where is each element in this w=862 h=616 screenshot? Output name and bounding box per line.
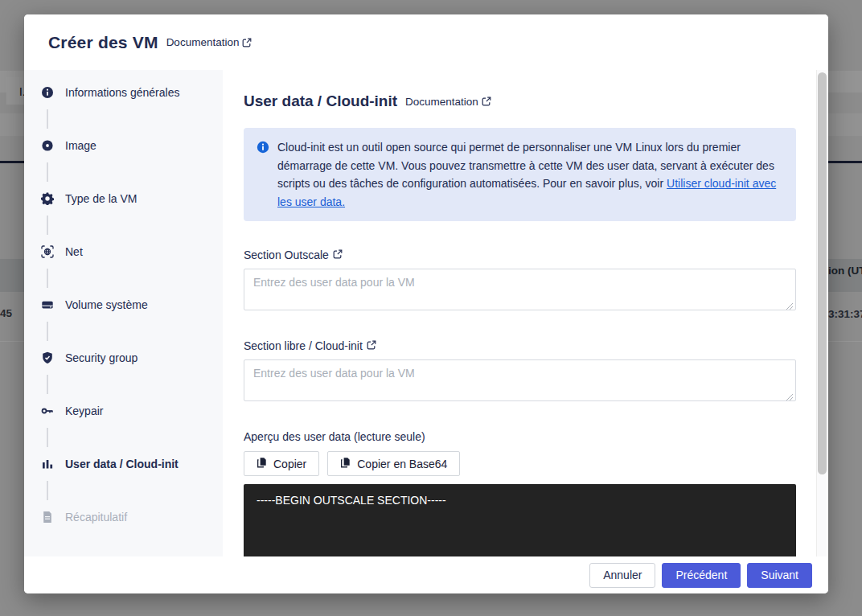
sidebar-item-label: Security group bbox=[65, 351, 138, 364]
copy-button[interactable]: Copier bbox=[244, 451, 319, 476]
shield-check-icon bbox=[41, 351, 54, 364]
step-connector bbox=[24, 319, 223, 343]
user-data-preview-code: -----BEGIN OUTSCALE SECTION----- -----EN… bbox=[244, 484, 796, 556]
code-begin-line: -----BEGIN OUTSCALE SECTION----- bbox=[257, 492, 783, 509]
copy-icon bbox=[257, 457, 267, 470]
info-icon bbox=[41, 86, 54, 99]
user-data-panel: User data / Cloud-init Documentation Clo… bbox=[223, 70, 828, 556]
step-connector bbox=[24, 372, 223, 396]
cloud-init-info-banner: Cloud-init est un outil open source qui … bbox=[244, 128, 796, 221]
hard-drive-icon bbox=[41, 298, 54, 311]
sidebar-item-user-data-cloud-init[interactable]: User data / Cloud-init bbox=[24, 450, 223, 478]
copy-base64-button-label: Copier en Base64 bbox=[357, 458, 447, 470]
external-link-icon bbox=[333, 248, 343, 261]
sidebar-item-security-group[interactable]: Security group bbox=[24, 343, 223, 372]
sidebar-item-label: Récapitulatif bbox=[65, 511, 127, 524]
copy-button-label: Copier bbox=[273, 458, 306, 470]
cancel-button[interactable]: Annuler bbox=[589, 563, 655, 588]
modal-documentation-link[interactable]: Documentation bbox=[166, 36, 252, 48]
modal-scrollbar-track[interactable] bbox=[816, 70, 827, 556]
sidebar-item-image[interactable]: Image bbox=[24, 131, 223, 160]
key-icon bbox=[41, 405, 54, 417]
backdrop-column-header-text: ion (UT bbox=[828, 265, 862, 277]
network-globe-icon bbox=[41, 245, 54, 258]
disc-icon bbox=[41, 139, 54, 152]
section-libre-label: Section libre / Cloud-init bbox=[244, 339, 363, 352]
section-libre-textarea[interactable] bbox=[244, 359, 796, 401]
gear-icon bbox=[41, 192, 54, 205]
backdrop-cell-right: 3:31:37 bbox=[828, 308, 862, 320]
document-icon bbox=[41, 511, 54, 524]
preview-label: Aperçu des user data (lecture seule) bbox=[244, 430, 796, 443]
sidebar-item-label: Net bbox=[65, 245, 83, 258]
documentation-link-label: Documentation bbox=[405, 96, 478, 108]
section-outscale-label-link[interactable]: Section Outscale bbox=[244, 248, 343, 261]
info-banner-text: Cloud-init est un outil open source qui … bbox=[277, 138, 783, 211]
modal-header: Créer des VM Documentation bbox=[24, 14, 828, 70]
sidebar-item-net[interactable]: Net bbox=[24, 237, 223, 266]
modal-scrollbar-thumb[interactable] bbox=[818, 72, 827, 474]
modal-title: Créer des VM bbox=[48, 33, 158, 52]
content-documentation-link[interactable]: Documentation bbox=[405, 96, 491, 108]
page-title: User data / Cloud-init bbox=[244, 92, 397, 110]
external-link-icon bbox=[242, 38, 252, 47]
sidebar-item-informations-generales[interactable]: Informations générales bbox=[24, 78, 223, 107]
step-connector bbox=[24, 160, 223, 184]
external-link-icon bbox=[367, 339, 376, 352]
sidebar-item-recapitulatif: Récapitulatif bbox=[24, 503, 223, 532]
step-connector bbox=[24, 425, 223, 450]
backdrop-cell-left: 45 bbox=[0, 307, 16, 319]
info-icon bbox=[257, 141, 269, 211]
sidebar-item-label: Type de la VM bbox=[65, 192, 138, 205]
sidebar-item-label: Volume système bbox=[65, 298, 148, 311]
sidebar-item-label: Keypair bbox=[65, 405, 103, 417]
documentation-link-label: Documentation bbox=[166, 36, 240, 48]
sidebar-item-label: User data / Cloud-init bbox=[65, 458, 179, 470]
step-connector bbox=[24, 213, 223, 237]
sidebar-item-type-de-la-vm[interactable]: Type de la VM bbox=[24, 184, 223, 213]
section-outscale-label: Section Outscale bbox=[244, 248, 329, 261]
wizard-steps-sidebar: Informations générales Image Type de la … bbox=[24, 70, 223, 556]
sidebar-item-label: Image bbox=[65, 139, 96, 152]
external-link-icon bbox=[482, 97, 491, 106]
step-connector bbox=[24, 478, 223, 503]
code-end-line: -----END OUTSCALE SECTION----- bbox=[257, 555, 435, 556]
modal-footer: Annuler Précédent Suivant bbox=[24, 556, 828, 593]
copy-base64-button[interactable]: Copier en Base64 bbox=[327, 451, 460, 476]
copy-icon bbox=[340, 457, 351, 470]
step-connector bbox=[24, 266, 223, 290]
create-vm-modal: Créer des VM Documentation Informations … bbox=[24, 14, 828, 593]
next-button[interactable]: Suivant bbox=[747, 563, 812, 588]
section-outscale-textarea[interactable] bbox=[244, 269, 796, 310]
section-libre-label-link[interactable]: Section libre / Cloud-init bbox=[244, 339, 376, 352]
sidebar-item-label: Informations générales bbox=[65, 86, 179, 99]
bar-chart-icon bbox=[41, 458, 54, 470]
step-connector bbox=[24, 107, 223, 131]
sidebar-item-volume-systeme[interactable]: Volume système bbox=[24, 290, 223, 319]
modal-body: Informations générales Image Type de la … bbox=[24, 70, 828, 556]
sidebar-item-keypair[interactable]: Keypair bbox=[24, 396, 223, 425]
previous-button[interactable]: Précédent bbox=[662, 563, 741, 588]
